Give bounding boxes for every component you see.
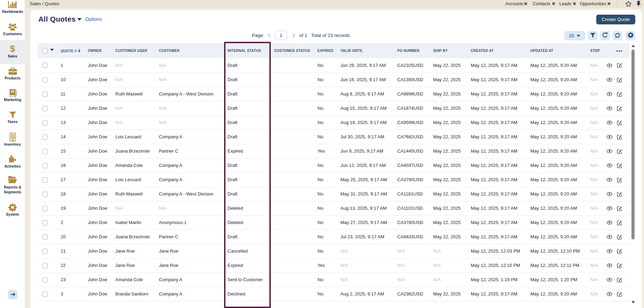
svg-text:$: $ xyxy=(10,45,15,53)
